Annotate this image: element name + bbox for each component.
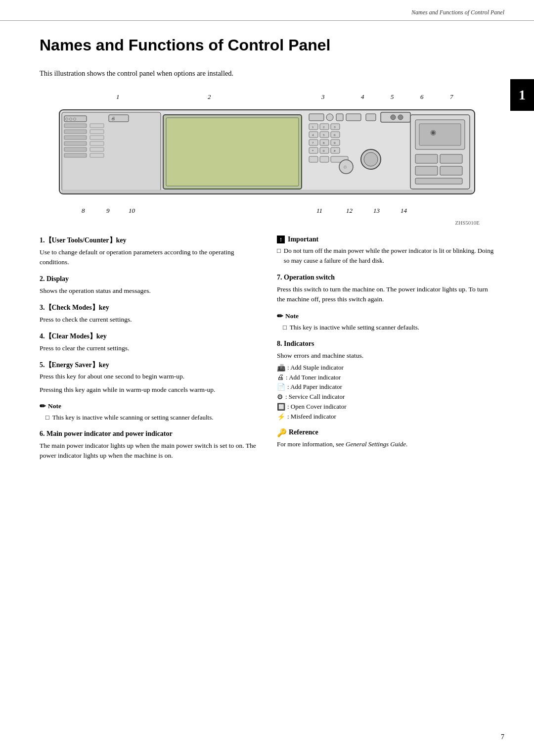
- two-column-content: 1.【User Tools/Counter】key Use to change …: [40, 236, 494, 468]
- svg-rect-68: [62, 190, 472, 193]
- section-3: 3.【Check Modes】key Press to check the cu…: [40, 303, 257, 325]
- num-14: 14: [400, 207, 407, 215]
- svg-rect-11: [90, 130, 104, 134]
- svg-rect-4: [64, 124, 87, 128]
- top-header: Names and Functions of Control Panel: [0, 0, 534, 21]
- num-8: 8: [82, 207, 85, 215]
- num-7: 7: [450, 93, 453, 101]
- num-1: 1: [116, 93, 120, 101]
- diagram-area: 1 2 3 4 5 6 7 ⬡ ⬡ ⬡: [40, 93, 494, 226]
- cover-label: : Open Cover indicator: [287, 403, 347, 411]
- svg-point-27: [398, 115, 403, 120]
- left-column: 1.【User Tools/Counter】key Use to change …: [40, 236, 257, 468]
- panel-svg: ⬡ ⬡ ⬡: [54, 105, 480, 204]
- svg-point-58: [364, 152, 378, 166]
- svg-rect-67: [415, 178, 462, 184]
- note-right-icon: ✏: [277, 312, 283, 321]
- page-title: Names and Functions of Control Panel: [40, 36, 494, 54]
- svg-rect-65: [415, 166, 438, 175]
- section-8-title: 8. Indicators: [277, 339, 494, 349]
- svg-text:2: 2: [323, 125, 325, 129]
- important-item: □ Do not turn off the main power while t…: [277, 246, 494, 266]
- svg-rect-13: [90, 142, 104, 145]
- section-4-title: 4.【Clear Modes】key: [40, 331, 257, 341]
- section-6-title: 6. Main power indicator and power indica…: [40, 429, 257, 439]
- toner-icon: 🖨: [277, 374, 284, 381]
- svg-text:6: 6: [334, 133, 336, 137]
- svg-text:⬡ ⬡ ⬡: ⬡ ⬡ ⬡: [65, 117, 76, 121]
- note-icon: ✏: [40, 402, 46, 411]
- reference-title: 🔑 Reference: [277, 428, 494, 437]
- reference-body: For more information, see General Settin…: [277, 439, 494, 449]
- indicators-list: 📠 : Add Staple indicator 🖨 : Add Toner i…: [277, 364, 494, 421]
- section-2-body: Shows the operation status and messages.: [40, 286, 257, 296]
- numbers-below: 8 9 10 11 12 13 14: [54, 207, 480, 218]
- checkbox-important: □: [277, 246, 281, 256]
- svg-rect-52: [309, 156, 318, 162]
- svg-rect-14: [90, 147, 104, 151]
- num-4: 4: [361, 93, 364, 101]
- service-icon: ⚙: [277, 393, 283, 401]
- svg-text:5: 5: [323, 133, 325, 137]
- section-8: 8. Indicators Show errors and machine st…: [277, 339, 494, 421]
- indicator-cover: 🔲 : Open Cover indicator: [277, 403, 494, 411]
- indicator-service: ⚙ : Service Call indicator: [277, 393, 494, 401]
- svg-rect-53: [320, 156, 329, 162]
- indicator-toner: 🖨 : Add Toner indicator: [277, 374, 494, 381]
- num-13: 13: [373, 207, 380, 215]
- service-label: : Service Call indicator: [285, 393, 345, 401]
- svg-rect-21: [326, 114, 333, 121]
- svg-rect-66: [440, 166, 462, 175]
- svg-rect-8: [64, 147, 87, 151]
- staple-label: : Add Staple indicator: [287, 364, 344, 372]
- svg-text:♲: ♲: [343, 165, 347, 170]
- note-left-body: □ This key is inactive while scanning or…: [40, 413, 257, 423]
- svg-text:1: 1: [312, 125, 314, 129]
- checkbox-right: □: [283, 323, 287, 332]
- svg-text:*: *: [312, 149, 314, 153]
- svg-text:◉: ◉: [430, 129, 436, 136]
- numbers-above: 1 2 3 4 5 6 7: [54, 93, 480, 104]
- svg-rect-20: [309, 114, 324, 121]
- chapter-tab: 1: [510, 79, 534, 111]
- section-1: 1.【User Tools/Counter】key Use to change …: [40, 236, 257, 267]
- important-title: ! Important: [277, 236, 494, 243]
- section-7-body: Press this switch to turn the machine on…: [277, 284, 494, 305]
- svg-rect-5: [64, 130, 87, 134]
- misfeed-icon: ⚡: [277, 413, 285, 421]
- panel-diagram: ⬡ ⬡ ⬡: [54, 105, 480, 206]
- important-icon: !: [277, 236, 285, 243]
- section-2: 2. Display Shows the operation status an…: [40, 274, 257, 296]
- svg-rect-24: [366, 114, 376, 121]
- reference-icon: 🔑: [277, 428, 287, 437]
- svg-point-26: [391, 115, 396, 120]
- svg-rect-63: [415, 154, 438, 163]
- intro-text: This illustration shows the control pane…: [40, 68, 494, 79]
- num-3: 3: [321, 93, 325, 101]
- section-5-body2: Pressing this key again while in warm-up…: [40, 385, 257, 395]
- note-right-title: ✏ Note: [277, 312, 494, 321]
- svg-text:4: 4: [312, 133, 314, 137]
- svg-rect-15: [90, 153, 104, 157]
- staple-icon: 📠: [277, 364, 285, 372]
- svg-text:9: 9: [334, 141, 336, 145]
- section-3-body: Press to check the current settings.: [40, 315, 257, 325]
- checkbox-icon: □: [45, 413, 49, 423]
- section-5: 5.【Energy Saver】key Press this key for a…: [40, 360, 257, 395]
- num-10: 10: [129, 207, 135, 215]
- section-6: 6. Main power indicator and power indica…: [40, 429, 257, 461]
- svg-rect-61: [419, 124, 461, 145]
- svg-rect-9: [64, 153, 87, 157]
- svg-text:#: #: [334, 149, 336, 153]
- cover-icon: 🔲: [277, 403, 285, 411]
- right-column: ! Important □ Do not turn off the main p…: [277, 236, 494, 468]
- header-text: Names and Functions of Control Panel: [411, 9, 504, 16]
- indicator-paper: 📄 : Add Paper indicator: [277, 383, 494, 391]
- main-content: Names and Functions of Control Panel Thi…: [0, 21, 534, 487]
- note-right: ✏ Note □ This key is inactive while sett…: [277, 312, 494, 332]
- svg-rect-7: [64, 142, 87, 145]
- page-wrapper: Names and Functions of Control Panel 1 N…: [0, 0, 534, 756]
- svg-text:0: 0: [323, 149, 325, 153]
- section-4-body: Press to clear the current settings.: [40, 343, 257, 353]
- svg-text:🖨: 🖨: [111, 116, 115, 121]
